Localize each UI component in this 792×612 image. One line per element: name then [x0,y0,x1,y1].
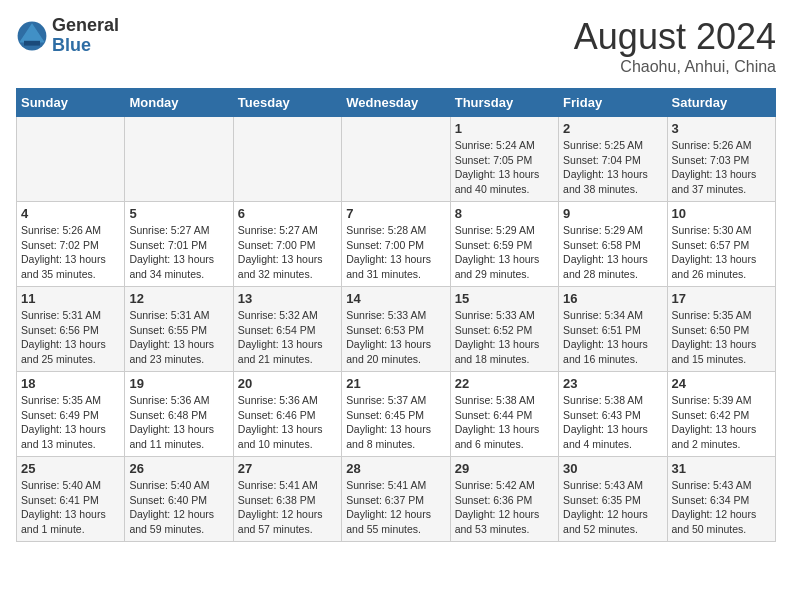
calendar-cell: 13Sunrise: 5:32 AM Sunset: 6:54 PM Dayli… [233,287,341,372]
day-info: Sunrise: 5:39 AM Sunset: 6:42 PM Dayligh… [672,393,771,452]
day-number: 14 [346,291,445,306]
calendar-cell: 31Sunrise: 5:43 AM Sunset: 6:34 PM Dayli… [667,457,775,542]
day-number: 27 [238,461,337,476]
day-number: 26 [129,461,228,476]
page-header: General Blue August 2024 Chaohu, Anhui, … [16,16,776,76]
day-info: Sunrise: 5:27 AM Sunset: 7:00 PM Dayligh… [238,223,337,282]
calendar-table: SundayMondayTuesdayWednesdayThursdayFrid… [16,88,776,542]
day-number: 28 [346,461,445,476]
day-info: Sunrise: 5:34 AM Sunset: 6:51 PM Dayligh… [563,308,662,367]
calendar-cell: 10Sunrise: 5:30 AM Sunset: 6:57 PM Dayli… [667,202,775,287]
day-info: Sunrise: 5:35 AM Sunset: 6:50 PM Dayligh… [672,308,771,367]
calendar-cell [233,117,341,202]
logo-icon [16,20,48,52]
weekday-header-wednesday: Wednesday [342,89,450,117]
day-number: 15 [455,291,554,306]
day-number: 10 [672,206,771,221]
day-number: 31 [672,461,771,476]
day-number: 1 [455,121,554,136]
day-info: Sunrise: 5:24 AM Sunset: 7:05 PM Dayligh… [455,138,554,197]
day-number: 23 [563,376,662,391]
day-info: Sunrise: 5:41 AM Sunset: 6:37 PM Dayligh… [346,478,445,537]
calendar-cell [342,117,450,202]
calendar-cell: 2Sunrise: 5:25 AM Sunset: 7:04 PM Daylig… [559,117,667,202]
day-number: 29 [455,461,554,476]
calendar-cell: 6Sunrise: 5:27 AM Sunset: 7:00 PM Daylig… [233,202,341,287]
logo: General Blue [16,16,119,56]
day-number: 20 [238,376,337,391]
title-block: August 2024 Chaohu, Anhui, China [574,16,776,76]
logo-text: General Blue [52,16,119,56]
day-info: Sunrise: 5:26 AM Sunset: 7:03 PM Dayligh… [672,138,771,197]
calendar-cell: 5Sunrise: 5:27 AM Sunset: 7:01 PM Daylig… [125,202,233,287]
weekday-header-tuesday: Tuesday [233,89,341,117]
calendar-cell: 14Sunrise: 5:33 AM Sunset: 6:53 PM Dayli… [342,287,450,372]
calendar-cell: 7Sunrise: 5:28 AM Sunset: 7:00 PM Daylig… [342,202,450,287]
day-number: 13 [238,291,337,306]
weekday-header-friday: Friday [559,89,667,117]
day-number: 8 [455,206,554,221]
calendar-cell: 24Sunrise: 5:39 AM Sunset: 6:42 PM Dayli… [667,372,775,457]
day-number: 3 [672,121,771,136]
day-info: Sunrise: 5:42 AM Sunset: 6:36 PM Dayligh… [455,478,554,537]
calendar-week-row: 25Sunrise: 5:40 AM Sunset: 6:41 PM Dayli… [17,457,776,542]
day-info: Sunrise: 5:38 AM Sunset: 6:43 PM Dayligh… [563,393,662,452]
calendar-week-row: 11Sunrise: 5:31 AM Sunset: 6:56 PM Dayli… [17,287,776,372]
calendar-cell: 30Sunrise: 5:43 AM Sunset: 6:35 PM Dayli… [559,457,667,542]
calendar-cell: 22Sunrise: 5:38 AM Sunset: 6:44 PM Dayli… [450,372,558,457]
day-number: 19 [129,376,228,391]
day-info: Sunrise: 5:43 AM Sunset: 6:34 PM Dayligh… [672,478,771,537]
day-info: Sunrise: 5:41 AM Sunset: 6:38 PM Dayligh… [238,478,337,537]
logo-general-label: General [52,16,119,36]
day-number: 18 [21,376,120,391]
day-info: Sunrise: 5:43 AM Sunset: 6:35 PM Dayligh… [563,478,662,537]
day-number: 22 [455,376,554,391]
calendar-cell: 28Sunrise: 5:41 AM Sunset: 6:37 PM Dayli… [342,457,450,542]
day-info: Sunrise: 5:37 AM Sunset: 6:45 PM Dayligh… [346,393,445,452]
day-number: 21 [346,376,445,391]
calendar-cell: 15Sunrise: 5:33 AM Sunset: 6:52 PM Dayli… [450,287,558,372]
day-number: 17 [672,291,771,306]
day-info: Sunrise: 5:32 AM Sunset: 6:54 PM Dayligh… [238,308,337,367]
calendar-cell: 17Sunrise: 5:35 AM Sunset: 6:50 PM Dayli… [667,287,775,372]
calendar-cell: 20Sunrise: 5:36 AM Sunset: 6:46 PM Dayli… [233,372,341,457]
calendar-cell: 18Sunrise: 5:35 AM Sunset: 6:49 PM Dayli… [17,372,125,457]
svg-rect-2 [24,41,40,46]
day-number: 25 [21,461,120,476]
calendar-week-row: 4Sunrise: 5:26 AM Sunset: 7:02 PM Daylig… [17,202,776,287]
day-info: Sunrise: 5:29 AM Sunset: 6:59 PM Dayligh… [455,223,554,282]
calendar-cell: 25Sunrise: 5:40 AM Sunset: 6:41 PM Dayli… [17,457,125,542]
main-title: August 2024 [574,16,776,58]
calendar-cell: 23Sunrise: 5:38 AM Sunset: 6:43 PM Dayli… [559,372,667,457]
calendar-cell [125,117,233,202]
day-number: 12 [129,291,228,306]
calendar-week-row: 1Sunrise: 5:24 AM Sunset: 7:05 PM Daylig… [17,117,776,202]
day-info: Sunrise: 5:26 AM Sunset: 7:02 PM Dayligh… [21,223,120,282]
day-info: Sunrise: 5:31 AM Sunset: 6:55 PM Dayligh… [129,308,228,367]
day-info: Sunrise: 5:31 AM Sunset: 6:56 PM Dayligh… [21,308,120,367]
weekday-header-thursday: Thursday [450,89,558,117]
calendar-cell [17,117,125,202]
calendar-cell: 21Sunrise: 5:37 AM Sunset: 6:45 PM Dayli… [342,372,450,457]
day-info: Sunrise: 5:30 AM Sunset: 6:57 PM Dayligh… [672,223,771,282]
day-info: Sunrise: 5:33 AM Sunset: 6:52 PM Dayligh… [455,308,554,367]
day-number: 9 [563,206,662,221]
day-number: 11 [21,291,120,306]
weekday-header-row: SundayMondayTuesdayWednesdayThursdayFrid… [17,89,776,117]
day-number: 30 [563,461,662,476]
calendar-cell: 12Sunrise: 5:31 AM Sunset: 6:55 PM Dayli… [125,287,233,372]
day-info: Sunrise: 5:28 AM Sunset: 7:00 PM Dayligh… [346,223,445,282]
weekday-header-sunday: Sunday [17,89,125,117]
calendar-cell: 9Sunrise: 5:29 AM Sunset: 6:58 PM Daylig… [559,202,667,287]
weekday-header-saturday: Saturday [667,89,775,117]
calendar-cell: 8Sunrise: 5:29 AM Sunset: 6:59 PM Daylig… [450,202,558,287]
day-number: 2 [563,121,662,136]
day-number: 16 [563,291,662,306]
day-number: 5 [129,206,228,221]
day-info: Sunrise: 5:25 AM Sunset: 7:04 PM Dayligh… [563,138,662,197]
calendar-cell: 26Sunrise: 5:40 AM Sunset: 6:40 PM Dayli… [125,457,233,542]
day-number: 6 [238,206,337,221]
calendar-cell: 4Sunrise: 5:26 AM Sunset: 7:02 PM Daylig… [17,202,125,287]
day-info: Sunrise: 5:29 AM Sunset: 6:58 PM Dayligh… [563,223,662,282]
day-info: Sunrise: 5:27 AM Sunset: 7:01 PM Dayligh… [129,223,228,282]
